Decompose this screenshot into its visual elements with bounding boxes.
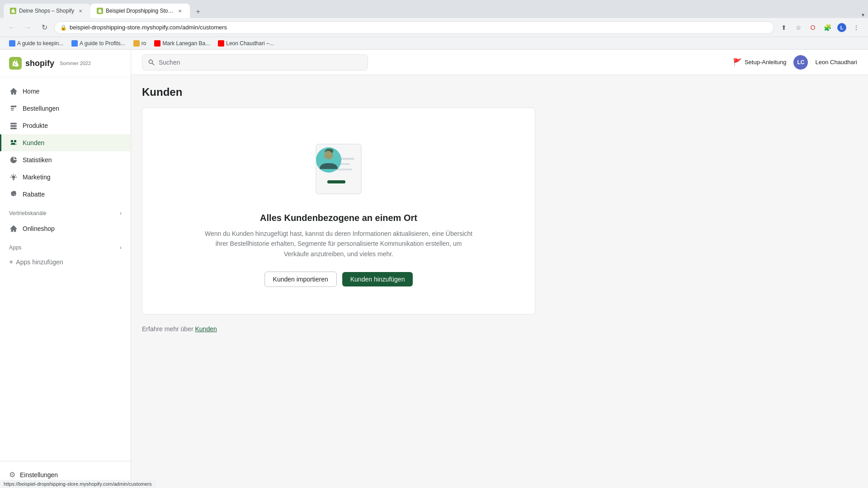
extensions-button[interactable]: 🧩 [821, 21, 834, 34]
lock-icon: 🔒 [60, 24, 67, 31]
home-icon [9, 87, 18, 96]
tab2-close[interactable]: ✕ [176, 7, 184, 14]
search-input[interactable] [159, 59, 362, 66]
sales-channels-label: Vertriebskanäle [9, 210, 47, 216]
learn-more-prefix: Erfahre mehr über [142, 325, 195, 333]
user-avatar[interactable]: LC [793, 55, 808, 70]
apps-label: Apps [9, 244, 21, 251]
topbar: 🚩 Setup-Anleitung LC Leon Chaudhari [131, 50, 868, 75]
back-button[interactable]: ← [5, 21, 18, 34]
reload-button[interactable]: ↻ [38, 21, 51, 34]
empty-state-title: Alles Kundenbezogene an einem Ort [260, 213, 417, 223]
empty-state-actions: Kunden importieren Kunden hinzufügen [264, 272, 413, 287]
new-tab-button[interactable]: + [192, 5, 204, 18]
orders-icon [9, 104, 18, 113]
profile-button[interactable]: L [835, 21, 848, 34]
opera-icon[interactable]: O [807, 21, 819, 34]
discounts-label: Rabatte [23, 191, 122, 198]
bookmark-4[interactable]: Mark Lanegan Ba... [151, 39, 213, 48]
tab2-title: Beispiel Dropshipping Store ·... [106, 8, 174, 14]
address-text: beispiel-dropshipping-store.myshopify.co… [70, 24, 227, 31]
setup-guide-label: Setup-Anleitung [745, 59, 787, 66]
sidebar-item-home[interactable]: Home [0, 83, 131, 100]
menu-button[interactable]: ⋮ [850, 21, 863, 34]
sidebar-item-products[interactable]: Produkte [0, 117, 131, 134]
marketing-label: Marketing [23, 174, 122, 181]
bookmark-3[interactable]: ro [130, 39, 150, 48]
statistics-label: Statistiken [23, 156, 122, 164]
season-text: Sommer 2022 [60, 61, 91, 66]
sidebar-nav: Home Bestellungen Produkte Kunden [0, 77, 131, 461]
user-name[interactable]: Leon Chaudhari [815, 59, 857, 66]
main-content: Kunden [131, 75, 868, 488]
learn-more-link[interactable]: Kunden [195, 325, 217, 333]
topbar-actions: 🚩 Setup-Anleitung LC Leon Chaudhari [733, 55, 857, 70]
bookmarks-bar: A guide to keepin... A guide to Profits.… [0, 37, 868, 50]
settings-label: Einstellungen [20, 471, 58, 479]
share-button[interactable]: ⬆ [778, 21, 790, 34]
apps-section-header[interactable]: Apps › [0, 237, 131, 254]
tab1-title: Deine Shops – Shopify [19, 8, 74, 14]
sidebar-item-orders[interactable]: Bestellungen [0, 100, 131, 117]
browser-chrome: Deine Shops – Shopify ✕ Beispiel Dropshi… [0, 0, 868, 50]
shopify-logo[interactable]: shopify Sommer 2022 [9, 57, 91, 70]
sales-channels-header[interactable]: Vertriebskanäle › [0, 203, 131, 220]
products-label: Produkte [23, 122, 122, 129]
sales-channels-expand-icon: › [120, 210, 122, 216]
page-title: Kunden [142, 86, 857, 99]
statistics-icon [9, 155, 18, 164]
bookmark4-icon [154, 40, 160, 47]
status-url: https://beispiel-dropshipping-store.mysh… [4, 481, 152, 487]
bookmark-1[interactable]: A guide to keepin... [5, 39, 67, 48]
flag-icon: 🚩 [733, 58, 742, 66]
sidebar-header: shopify Sommer 2022 [0, 50, 131, 77]
forward-button[interactable]: → [22, 21, 34, 34]
add-customers-button[interactable]: Kunden hinzufügen [342, 272, 413, 286]
shopify-icon [9, 57, 22, 70]
browser-controls: ← → ↻ 🔒 beispiel-dropshipping-store.mysh… [0, 18, 868, 37]
bookmark1-icon [9, 40, 15, 47]
bookmark5-icon [218, 40, 224, 47]
customers-icon [9, 138, 18, 147]
browser-actions: ⬆ ☆ O 🧩 L ⋮ [778, 21, 863, 34]
tab2-favicon [97, 8, 103, 14]
bookmark3-icon [133, 40, 140, 47]
tab1-favicon [10, 8, 16, 14]
svg-rect-4 [327, 180, 345, 183]
user-initials: LC [797, 59, 804, 66]
onlineshop-icon [9, 224, 18, 233]
search-bar[interactable] [142, 54, 368, 70]
sidebar: shopify Sommer 2022 Home Bestellungen [0, 50, 131, 488]
apps-add-button[interactable]: + Apps hinzufügen [0, 254, 131, 270]
sidebar-item-marketing[interactable]: Marketing [0, 169, 131, 186]
bookmark-5[interactable]: Leon Chaudhari –... [214, 39, 277, 48]
setup-guide-button[interactable]: 🚩 Setup-Anleitung [733, 58, 787, 66]
orders-label: Bestellungen [23, 105, 122, 112]
shopify-wordmark: shopify [25, 59, 54, 68]
search-icon [148, 59, 155, 66]
sidebar-item-statistics[interactable]: Statistiken [0, 151, 131, 169]
import-customers-button[interactable]: Kunden importieren [264, 272, 337, 287]
right-panel: 🚩 Setup-Anleitung LC Leon Chaudhari Kund… [131, 50, 868, 488]
sidebar-item-onlineshop[interactable]: Onlineshop [0, 220, 131, 237]
address-bar[interactable]: 🔒 beispiel-dropshipping-store.myshopify.… [54, 21, 774, 34]
tabs-dropdown[interactable]: ▾ [862, 12, 864, 18]
learn-more-text: Erfahre mehr über Kunden [142, 325, 857, 333]
tab1-close[interactable]: ✕ [77, 7, 84, 14]
empty-state-card: Alles Kundenbezogene an einem Ort Wenn d… [142, 108, 535, 314]
bookmark-2[interactable]: A guide to Profits... [68, 39, 129, 48]
bookmark-button[interactable]: ☆ [792, 21, 805, 34]
browser-tab-1[interactable]: Deine Shops – Shopify ✕ [4, 4, 90, 18]
home-label: Home [23, 88, 122, 95]
app-layout: shopify Sommer 2022 Home Bestellungen [0, 50, 868, 488]
sidebar-item-discounts[interactable]: Rabatte [0, 186, 131, 203]
onlineshop-label: Onlineshop [23, 225, 122, 232]
svg-point-8 [316, 147, 341, 173]
products-icon [9, 121, 18, 130]
apps-add-label: Apps hinzufügen [16, 258, 63, 266]
browser-tab-2[interactable]: Beispiel Dropshipping Store ·... ✕ [90, 4, 190, 18]
discounts-icon [9, 190, 18, 199]
sidebar-item-customers[interactable]: Kunden [0, 134, 131, 151]
sidebar-logo-area: shopify Sommer 2022 [9, 57, 122, 70]
customer-illustration [302, 135, 375, 198]
